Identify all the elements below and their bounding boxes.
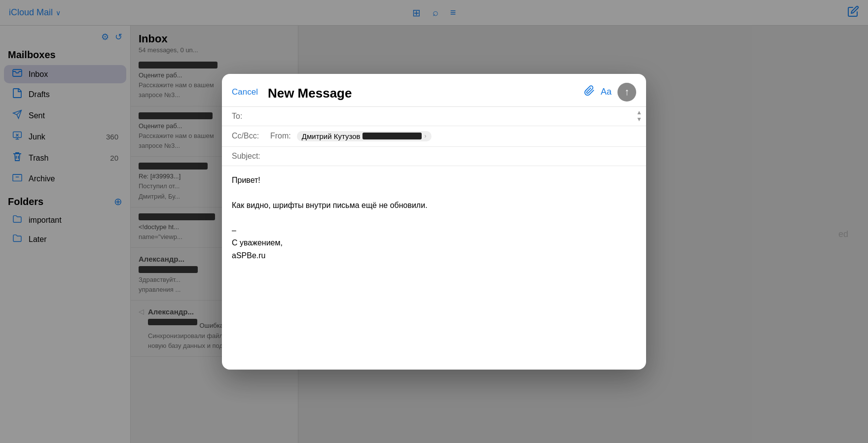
to-field: To: ▲ ▼: [222, 107, 646, 126]
from-badge[interactable]: Дмитрий Кутузов ›: [297, 131, 432, 141]
cancel-button[interactable]: Cancel: [232, 87, 258, 97]
modal-title: New Message: [258, 83, 584, 101]
body-text[interactable]: Привет! Как видно, шрифты внутри письма …: [232, 174, 636, 262]
compose-overlay: Cancel New Message Aa ↑ To:: [0, 0, 868, 443]
from-email-redacted: [362, 133, 422, 139]
field-arrows: ▲ ▼: [636, 109, 642, 123]
arrow-up-icon[interactable]: ▲: [636, 109, 642, 116]
to-label: To:: [232, 112, 266, 121]
from-label: From:: [270, 132, 291, 140]
format-button[interactable]: Aa: [601, 87, 612, 97]
modal-actions: Aa ↑: [584, 83, 636, 102]
send-icon: ↑: [624, 86, 629, 98]
cc-field: Cc/Bcc: From: Дмитрий Кутузов ›: [222, 126, 646, 147]
subject-label: Subject:: [232, 152, 266, 161]
compose-modal: Cancel New Message Aa ↑ To:: [222, 74, 646, 370]
compose-body[interactable]: Привет! Как видно, шрифты внутри письма …: [222, 166, 646, 370]
subject-field: Subject:: [222, 147, 646, 166]
cc-label: Cc/Bcc:: [232, 132, 266, 140]
badge-close: ›: [425, 133, 427, 139]
arrow-down-icon[interactable]: ▼: [636, 116, 642, 123]
modal-header: Cancel New Message Aa ↑: [222, 74, 646, 106]
subject-input[interactable]: [270, 152, 636, 161]
attach-button[interactable]: [584, 85, 595, 99]
from-name: Дмитрий Кутузов: [302, 132, 361, 140]
send-button[interactable]: ↑: [617, 83, 636, 102]
to-input[interactable]: [270, 112, 636, 121]
compose-fields: To: ▲ ▼ Cc/Bcc: From: Дмитрий Кутузов ›: [222, 106, 646, 166]
